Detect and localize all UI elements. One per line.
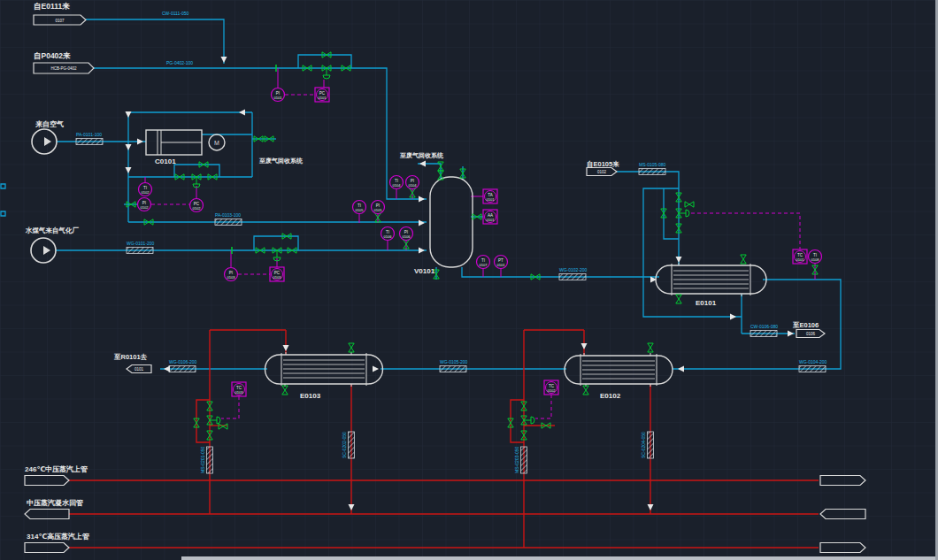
instrument-bubble-ta[interactable]: TA0101 <box>483 189 497 203</box>
svg-text:0104: 0104 <box>393 183 402 188</box>
instrument-bubble-pi[interactable]: PI0105 <box>372 201 385 214</box>
label-header-hp-steam: 314℃高压蒸汽上管 <box>27 532 89 541</box>
pipe-class-label[interactable]: WG-0106-200 <box>169 359 197 372</box>
svg-text:TI: TI <box>358 203 361 208</box>
pipe-code: CW-0111-050 <box>162 11 189 16</box>
svg-text:HCB-PG-0402: HCB-PG-0402 <box>50 66 77 71</box>
diagram-drawing: M PA-0101-100PA-0103-100WG-0101-200MS-01… <box>0 0 938 560</box>
svg-text:TI: TI <box>481 258 485 263</box>
pipe-class-label[interactable]: WG-0105-200 <box>440 359 468 372</box>
label-header-mp-steam: 246℃中压蒸汽上管 <box>25 465 88 473</box>
svg-text:0101: 0101 <box>497 263 506 267</box>
instrument-bubble-pt[interactable]: PT0101 <box>495 256 508 269</box>
svg-text:0106: 0106 <box>806 332 816 336</box>
instrument-bubble-pi[interactable]: PI0103 <box>225 268 238 281</box>
instrument-bubble-tc[interactable]: TC0101 <box>793 249 807 264</box>
svg-text:0103: 0103 <box>235 390 244 395</box>
pipe-code: CW-0106-080 <box>750 324 778 329</box>
svg-text:TC: TC <box>549 384 555 388</box>
instrument-bubble-tc[interactable]: TC0102 <box>544 380 558 395</box>
label-vent-2: 至废气回收系统 <box>399 151 444 159</box>
instrument-bubble-ti[interactable]: TI0106 <box>381 227 395 241</box>
pipe-class-label[interactable]: PA-0101-100 <box>76 132 103 145</box>
svg-text:PC: PC <box>194 202 200 206</box>
label-from-watergas: 水煤气来自气化厂 <box>25 226 80 234</box>
instrument-bubble-pi[interactable]: PI0106 <box>400 227 413 241</box>
label-from-p0402: 自P0402来 <box>34 51 71 60</box>
instrument-bubble-pi[interactable]: PI0102 <box>138 198 151 211</box>
label-c0101: C0101 <box>155 157 176 165</box>
svg-text:0107: 0107 <box>55 19 65 23</box>
bottom-scrollbar[interactable] <box>181 556 938 560</box>
instrument-bubble-pi[interactable]: PI0104 <box>406 176 419 189</box>
instrument-bubble-ti[interactable]: TI0102 <box>139 183 152 196</box>
label-v0101: V0101 <box>414 267 435 275</box>
svg-text:0102: 0102 <box>141 205 150 210</box>
pipe-class-label[interactable]: SC-0204-050 <box>641 432 654 458</box>
svg-text:0101: 0101 <box>796 257 805 262</box>
pipe-class-label[interactable]: MS-0105-080 <box>639 162 666 175</box>
svg-text:0101: 0101 <box>487 218 496 222</box>
svg-text:0107: 0107 <box>480 263 488 267</box>
instrument-bubble-aa[interactable]: AA0101 <box>483 210 497 224</box>
svg-text:PC: PC <box>274 271 281 275</box>
svg-text:0103: 0103 <box>227 275 236 280</box>
pipe-code: PA-0103-100 <box>215 212 241 218</box>
label-e0101: E0101 <box>696 299 717 307</box>
pipe-class-label[interactable]: MS-0201-050 <box>200 446 213 473</box>
cad-pid-canvas[interactable]: M PA-0101-100PA-0103-100WG-0101-200MS-01… <box>0 0 938 560</box>
pipe-code: MS-0201-050 <box>200 446 205 473</box>
svg-text:0101: 0101 <box>274 96 283 100</box>
svg-text:0102: 0102 <box>548 388 557 393</box>
pipe-class-label[interactable]: PA-0103-100 <box>215 212 242 226</box>
pipe-class-label[interactable]: WG-0104-200 <box>799 359 827 372</box>
svg-text:0106: 0106 <box>403 234 411 239</box>
svg-text:TI: TI <box>395 179 398 183</box>
instrument-bubble-tc[interactable]: TC0103 <box>232 382 246 396</box>
svg-text:TC: TC <box>236 386 242 390</box>
label-vent-1: 至废气回收系统 <box>258 157 304 165</box>
svg-text:PI: PI <box>404 230 408 234</box>
svg-text:PI: PI <box>276 91 280 96</box>
pipe-class-label[interactable]: WG-0102-200 <box>559 267 588 280</box>
svg-text:PC: PC <box>319 91 326 96</box>
svg-text:0105: 0105 <box>374 208 383 212</box>
instrument-bubble-ti[interactable]: TI0105 <box>353 201 366 214</box>
pipe-class-label[interactable]: MS-0203-050 <box>514 446 527 473</box>
svg-text:0106: 0106 <box>384 234 393 239</box>
instrument-bubble-ti[interactable]: TI0107 <box>477 256 490 269</box>
svg-text:0101: 0101 <box>487 197 496 202</box>
instrument-bubble-ti[interactable]: TI0108 <box>809 250 822 264</box>
svg-text:TI: TI <box>143 186 147 190</box>
pipe-code: WG-0106-200 <box>169 359 197 364</box>
pipe-code: SC-0202-050 <box>342 432 347 458</box>
pipe-code: SC-0204-050 <box>641 432 646 458</box>
instrument-bubble-pc[interactable]: PC0101 <box>315 88 329 102</box>
label-e0103: E0103 <box>300 392 321 400</box>
pipe-class-label[interactable]: WG-0101-200 <box>127 241 155 254</box>
svg-text:0102: 0102 <box>142 190 150 195</box>
motor-icon: M <box>214 140 219 146</box>
instrument-bubble-ti[interactable]: TI0104 <box>390 176 404 189</box>
svg-text:0101: 0101 <box>319 96 327 100</box>
pipe-class-label[interactable]: CW-0106-080 <box>750 324 778 337</box>
pipe-code: WG-0105-200 <box>440 359 468 364</box>
label-from-air: 来自空气 <box>35 119 64 128</box>
svg-text:AA: AA <box>488 213 493 218</box>
pipe-code: WG-0102-200 <box>559 267 588 272</box>
label-to-r0101: 至R0101去 <box>113 353 148 361</box>
pipe-code: WG-0104-200 <box>799 359 827 364</box>
label-from-e0111: 自E0111来 <box>34 2 70 11</box>
svg-text:0102: 0102 <box>193 206 202 211</box>
instrument-bubble-pc[interactable]: PC0102 <box>190 199 204 212</box>
instrument-bubble-pi[interactable]: PI0101 <box>272 88 285 102</box>
svg-text:PI: PI <box>229 271 233 275</box>
pipe-class-label[interactable]: SC-0202-050 <box>342 432 355 458</box>
svg-text:0108: 0108 <box>811 257 820 262</box>
instrument-bubble-pc[interactable]: PC0103 <box>270 267 284 281</box>
svg-text:0103: 0103 <box>273 275 282 280</box>
label-header-condensate: 中压蒸汽凝水回管 <box>27 499 83 507</box>
svg-text:0101: 0101 <box>135 367 144 372</box>
label-e0102: E0102 <box>600 392 621 400</box>
pipe-code: WG-0101-200 <box>127 241 155 246</box>
